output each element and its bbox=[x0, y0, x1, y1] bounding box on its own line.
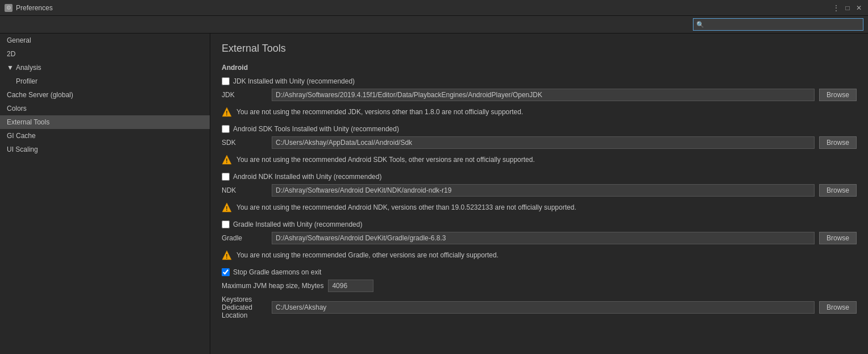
sdk-installed-label: Android SDK Tools Installed with Unity (… bbox=[233, 125, 399, 133]
jdk-warning-row: ! You are not using the recommended JDK,… bbox=[222, 105, 857, 119]
search-input[interactable] bbox=[693, 18, 863, 31]
gradle-warning-row: ! You are not using the recommended Grad… bbox=[222, 248, 857, 263]
window-title: Preferences bbox=[16, 4, 53, 12]
sidebar-item-colors[interactable]: Colors bbox=[0, 102, 210, 115]
jvm-heap-label: Maximum JVM heap size, Mbytes bbox=[222, 282, 323, 290]
sidebar-item-gi-cache[interactable]: GI Cache bbox=[0, 129, 210, 143]
sdk-warning-row: ! You are not using the recommended Andr… bbox=[222, 152, 857, 167]
sidebar-item-analysis-label: Analysis bbox=[16, 64, 41, 72]
sdk-path-input[interactable] bbox=[272, 136, 815, 149]
sdk-installed-checkbox[interactable] bbox=[222, 125, 230, 133]
keystores-field-label: Keystores Dedicated Location bbox=[222, 295, 267, 319]
gradle-path-input[interactable] bbox=[272, 232, 815, 244]
sdk-field-label: SDK bbox=[222, 139, 267, 147]
gradle-path-row: Gradle Browse bbox=[222, 232, 857, 244]
gradle-checkbox-row: Gradle Installed with Unity (recommended… bbox=[222, 220, 857, 228]
search-icon: 🔍 bbox=[696, 21, 704, 28]
close-button[interactable]: ✕ bbox=[854, 3, 863, 13]
ndk-checkbox-row: Android NDK Installed with Unity (recomm… bbox=[222, 173, 857, 181]
menu-button[interactable]: ⋮ bbox=[832, 3, 841, 13]
stop-gradle-label: Stop Gradle daemons on exit bbox=[233, 268, 321, 276]
restore-button[interactable]: □ bbox=[843, 3, 852, 13]
svg-text:!: ! bbox=[226, 253, 227, 260]
ndk-path-row: NDK Browse bbox=[222, 184, 857, 197]
ndk-warning-text: You are not using the recommended Androi… bbox=[236, 203, 576, 211]
sdk-path-row: SDK Browse bbox=[222, 136, 857, 149]
content-area: External Tools Android JDK Installed wit… bbox=[210, 34, 868, 354]
main-layout: General 2D ▼ Analysis Profiler Cache Ser… bbox=[0, 34, 868, 354]
sidebar-item-cache-server[interactable]: Cache Server (global) bbox=[0, 88, 210, 102]
gradle-warning-text: You are not using the recommended Gradle… bbox=[236, 251, 499, 259]
window-controls[interactable]: ⋮ □ ✕ bbox=[832, 3, 863, 13]
gradle-warning-icon: ! bbox=[222, 250, 232, 260]
jdk-installed-checkbox[interactable] bbox=[222, 77, 230, 85]
gradle-installed-label: Gradle Installed with Unity (recommended… bbox=[233, 220, 362, 228]
sidebar-item-2d[interactable]: 2D bbox=[0, 47, 210, 61]
search-bar-area: 🔍 bbox=[0, 16, 868, 34]
sidebar-item-ui-scaling[interactable]: UI Scaling bbox=[0, 143, 210, 156]
gradle-browse-button[interactable]: Browse bbox=[819, 232, 857, 244]
chevron-down-icon: ▼ bbox=[7, 64, 14, 72]
keystores-path-row: Keystores Dedicated Location Browse bbox=[222, 295, 857, 319]
jdk-path-row: JDK Browse bbox=[222, 89, 857, 101]
title-bar-left: ⚙ Preferences bbox=[5, 4, 53, 12]
sdk-checkbox-row: Android SDK Tools Installed with Unity (… bbox=[222, 125, 857, 133]
ndk-installed-checkbox[interactable] bbox=[222, 173, 230, 181]
jdk-path-input[interactable] bbox=[272, 89, 815, 101]
jdk-checkbox-row: JDK Installed with Unity (recommended) bbox=[222, 77, 857, 85]
sidebar-item-general[interactable]: General bbox=[0, 34, 210, 47]
ndk-installed-label: Android NDK Installed with Unity (recomm… bbox=[233, 173, 381, 181]
gradle-installed-checkbox[interactable] bbox=[222, 220, 230, 228]
sidebar-item-analysis[interactable]: ▼ Analysis bbox=[0, 61, 210, 74]
title-bar: ⚙ Preferences ⋮ □ ✕ bbox=[0, 0, 868, 16]
sidebar-item-external-tools[interactable]: External Tools bbox=[0, 115, 210, 129]
warning-icon: ! bbox=[222, 107, 232, 117]
keystores-browse-button[interactable]: Browse bbox=[819, 301, 857, 314]
sdk-warning-icon: ! bbox=[222, 155, 232, 165]
android-section-label: Android bbox=[222, 64, 857, 72]
keystores-path-input[interactable] bbox=[272, 301, 815, 314]
jdk-warning-text: You are not using the recommended JDK, v… bbox=[236, 108, 523, 116]
ndk-field-label: NDK bbox=[222, 186, 267, 194]
gradle-field-label: Gradle bbox=[222, 234, 267, 242]
app-icon: ⚙ bbox=[5, 4, 13, 12]
svg-text:!: ! bbox=[226, 206, 227, 212]
svg-text:!: ! bbox=[226, 158, 227, 164]
jvm-heap-row: Maximum JVM heap size, Mbytes bbox=[222, 280, 857, 292]
search-wrapper: 🔍 bbox=[693, 18, 863, 31]
ndk-warning-row: ! You are not using the recommended Andr… bbox=[222, 200, 857, 215]
jdk-installed-label: JDK Installed with Unity (recommended) bbox=[233, 77, 355, 85]
sidebar-item-profiler[interactable]: Profiler bbox=[0, 74, 210, 88]
jdk-field-label: JDK bbox=[222, 91, 267, 99]
ndk-browse-button[interactable]: Browse bbox=[819, 184, 857, 197]
jvm-heap-input[interactable] bbox=[328, 280, 373, 292]
stop-gradle-checkbox-row: Stop Gradle daemons on exit bbox=[222, 268, 857, 276]
svg-text:!: ! bbox=[226, 110, 227, 116]
sdk-browse-button[interactable]: Browse bbox=[819, 136, 857, 149]
ndk-path-input[interactable] bbox=[272, 184, 815, 197]
sdk-warning-text: You are not using the recommended Androi… bbox=[236, 156, 535, 164]
jdk-browse-button[interactable]: Browse bbox=[819, 89, 857, 101]
sidebar: General 2D ▼ Analysis Profiler Cache Ser… bbox=[0, 34, 210, 354]
stop-gradle-checkbox[interactable] bbox=[222, 268, 230, 276]
page-title: External Tools bbox=[222, 43, 857, 55]
ndk-warning-icon: ! bbox=[222, 202, 232, 213]
